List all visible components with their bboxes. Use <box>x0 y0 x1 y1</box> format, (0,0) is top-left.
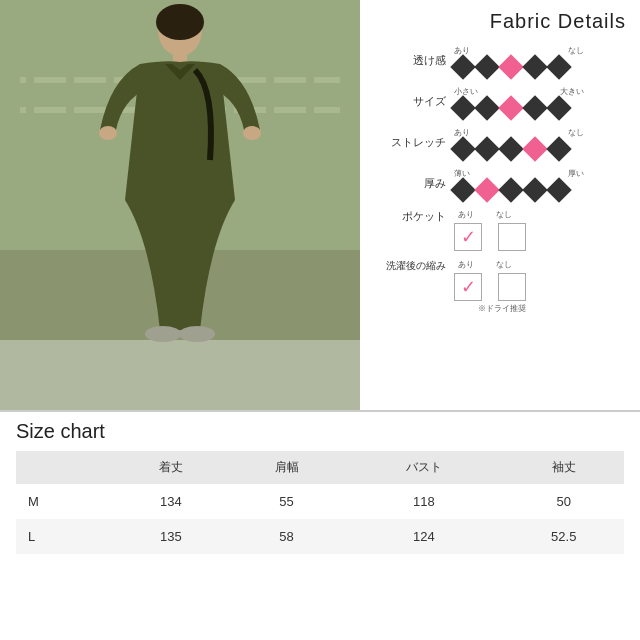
diamond-5 <box>546 54 571 79</box>
pocket-row: ポケット あり なし ✓ <box>374 209 626 251</box>
shrinkage-label: 洗濯後の縮み <box>374 259 446 273</box>
col-header-bust: バスト <box>344 451 503 484</box>
transparency-label: 透け感 <box>374 53 446 68</box>
size-m-sodejake: 50 <box>504 484 625 519</box>
col-header-sodejake: 袖丈 <box>504 451 625 484</box>
stretch-row: ストレッチ あり なし <box>374 127 626 158</box>
size-row: サイズ 小さい 大きい <box>374 86 626 117</box>
size-m-bust: 118 <box>344 484 503 519</box>
thickness-diamond-1 <box>450 177 475 202</box>
product-image <box>0 0 360 410</box>
svg-point-16 <box>99 126 117 140</box>
stretch-scale-right: なし <box>568 127 584 138</box>
shrinkage-checkbox-ari: ✓ <box>454 273 482 301</box>
svg-rect-12 <box>0 340 360 410</box>
table-header-row: 着丈 肩幅 バスト 袖丈 <box>16 451 624 484</box>
pocket-checkbox-group: あり なし ✓ <box>454 209 526 251</box>
shrinkage-label-nashi: なし <box>496 259 512 270</box>
size-m-katahaba: 55 <box>229 484 345 519</box>
pocket-label: ポケット <box>374 209 446 224</box>
size-chart-section: Size chart 着丈 肩幅 バスト 袖丈 M 134 55 118 50 … <box>0 410 640 554</box>
size-l-katahaba: 58 <box>229 519 345 554</box>
shrinkage-checkbox-nashi <box>498 273 526 301</box>
diamond-1 <box>450 54 475 79</box>
transparency-diamonds <box>454 58 568 76</box>
pocket-checkmark: ✓ <box>461 228 476 246</box>
size-scale-left: 小さい <box>454 86 478 97</box>
shrinkage-row: 洗濯後の縮み あり なし ✓ ※ドライ推奨 <box>374 259 626 314</box>
size-diamond-3-active <box>498 95 523 120</box>
table-row: M 134 55 118 50 <box>16 484 624 519</box>
svg-point-18 <box>145 326 181 342</box>
col-header-katahaba: 肩幅 <box>229 451 345 484</box>
thickness-diamond-5 <box>546 177 571 202</box>
stretch-diamond-1 <box>450 136 475 161</box>
diamond-4 <box>522 54 547 79</box>
shrinkage-label-ari: あり <box>458 259 474 270</box>
size-table: 着丈 肩幅 バスト 袖丈 M 134 55 118 50 L 135 58 12… <box>16 451 624 554</box>
stretch-label: ストレッチ <box>374 135 446 150</box>
stretch-diamonds <box>454 140 568 158</box>
thickness-diamond-3 <box>498 177 523 202</box>
thickness-row: 厚み 薄い 厚い <box>374 168 626 199</box>
size-l-label: L <box>16 519 113 554</box>
pocket-checkboxes: ✓ <box>454 223 526 251</box>
pocket-label-ari: あり <box>458 209 474 220</box>
size-scale-right: 大きい <box>560 86 584 97</box>
stretch-diamond-5 <box>546 136 571 161</box>
stretch-diamond-2 <box>474 136 499 161</box>
size-chart-title: Size chart <box>16 420 624 443</box>
thickness-scale-right: 厚い <box>568 168 584 179</box>
thickness-diamonds <box>454 181 568 199</box>
dry-note: ※ドライ推奨 <box>454 303 526 314</box>
col-header-size <box>16 451 113 484</box>
transparency-row: 透け感 あり なし <box>374 45 626 76</box>
svg-point-19 <box>179 326 215 342</box>
size-diamond-2 <box>474 95 499 120</box>
col-header-takake: 着丈 <box>113 451 229 484</box>
transparency-scale-right: なし <box>568 45 584 56</box>
size-l-sodejake: 52.5 <box>504 519 625 554</box>
size-l-bust: 124 <box>344 519 503 554</box>
shrinkage-checkmark: ✓ <box>461 278 476 296</box>
diamond-2 <box>474 54 499 79</box>
diamond-3-active <box>498 54 523 79</box>
size-diamond-5 <box>546 95 571 120</box>
shrinkage-checkbox-group: あり なし ✓ ※ドライ推奨 <box>454 259 526 314</box>
svg-point-14 <box>156 4 204 40</box>
size-m-takake: 134 <box>113 484 229 519</box>
size-diamond-1 <box>450 95 475 120</box>
thickness-label: 厚み <box>374 176 446 191</box>
size-diamond-4 <box>522 95 547 120</box>
pocket-checkbox-nashi <box>498 223 526 251</box>
svg-point-17 <box>243 126 261 140</box>
size-l-takake: 135 <box>113 519 229 554</box>
shrinkage-checkboxes: ✓ <box>454 273 526 301</box>
thickness-diamond-4 <box>522 177 547 202</box>
fabric-details-panel: Fabric Details 透け感 あり なし サイズ <box>360 0 640 410</box>
stretch-diamond-4-active <box>522 136 547 161</box>
table-row: L 135 58 124 52.5 <box>16 519 624 554</box>
pocket-checkbox-ari: ✓ <box>454 223 482 251</box>
pocket-label-nashi: なし <box>496 209 512 220</box>
size-m-label: M <box>16 484 113 519</box>
thickness-diamond-2-active <box>474 177 499 202</box>
fabric-details-title: Fabric Details <box>374 10 626 33</box>
size-label: サイズ <box>374 94 446 109</box>
stretch-diamond-3 <box>498 136 523 161</box>
size-diamonds <box>454 99 568 117</box>
